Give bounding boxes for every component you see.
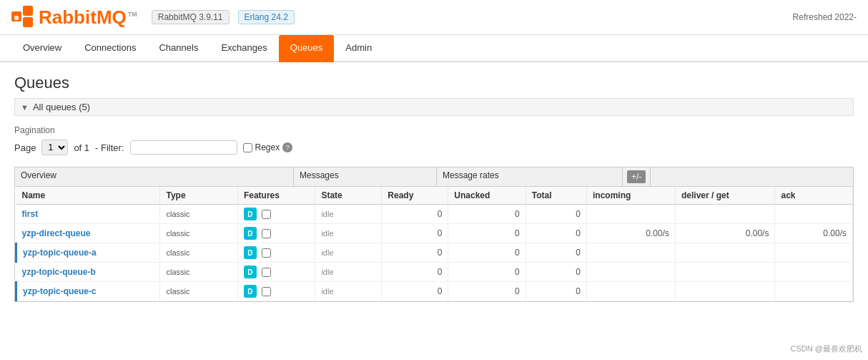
- cell-name[interactable]: yzp-topic-queue-b: [16, 263, 160, 282]
- page-label: Page: [14, 142, 36, 153]
- cell-total: 0: [526, 282, 586, 301]
- cell-ack: [775, 205, 853, 224]
- header: RabbitMQTM RabbitMQ 3.9.11 Erlang 24.2 R…: [0, 0, 868, 35]
- section-actions: +/-: [623, 167, 651, 186]
- queue-name-link[interactable]: yzp-topic-queue-a: [23, 248, 97, 258]
- cell-total: 0: [526, 243, 586, 263]
- nav-connections[interactable]: Connections: [73, 35, 147, 62]
- col-name: Name: [16, 187, 160, 205]
- col-ready: Ready: [382, 187, 448, 205]
- cell-name[interactable]: first: [16, 205, 160, 224]
- queue-name-link[interactable]: yzp-topic-queue-c: [23, 286, 97, 296]
- feature-badge-d: D: [244, 227, 257, 240]
- nav-queues[interactable]: Queues: [279, 35, 335, 62]
- col-deliver-get: deliver / get: [675, 187, 774, 205]
- table-row: yzp-topic-queue-b classic D idle 0 0 0: [16, 263, 853, 282]
- cell-incoming: [587, 205, 676, 224]
- nav-overview[interactable]: Overview: [11, 35, 73, 62]
- table-header-row: Name Type Features State Ready Unacked T…: [16, 187, 853, 205]
- filter-label: - Filter:: [95, 142, 124, 153]
- feature-checkbox[interactable]: [262, 287, 271, 296]
- regex-label: Regex: [255, 142, 280, 152]
- feature-checkbox[interactable]: [262, 268, 271, 277]
- version-info: RabbitMQ 3.9.11 Erlang 24.2: [152, 10, 295, 24]
- cell-type: classic: [160, 243, 237, 263]
- cell-name[interactable]: yzp-direct-queue: [16, 224, 160, 243]
- cell-name[interactable]: yzp-topic-queue-a: [16, 243, 160, 263]
- pagination-controls: Page 1 of 1 - Filter: Regex ?: [14, 140, 854, 155]
- logo-text: RabbitMQTM: [39, 6, 137, 29]
- cell-ack: [775, 263, 853, 282]
- refresh-info: Refreshed 2022-: [793, 12, 857, 22]
- queue-name-link[interactable]: yzp-direct-queue: [22, 228, 91, 238]
- filter-input[interactable]: [130, 140, 237, 155]
- page-title: Queues: [14, 74, 854, 92]
- logo: RabbitMQTM: [11, 6, 137, 29]
- cell-deliver-get: [675, 282, 774, 301]
- cell-total: 0: [526, 263, 586, 282]
- cell-incoming: 0.00/s: [587, 224, 676, 243]
- feature-checkbox[interactable]: [262, 210, 271, 219]
- erlang-version: Erlang 24.2: [238, 10, 295, 24]
- cell-features: D: [237, 243, 315, 263]
- feature-badge-d: D: [244, 285, 257, 298]
- cell-ready: 0: [382, 263, 448, 282]
- logo-rabbit: Rabbit: [39, 6, 97, 28]
- cell-unacked: 0: [448, 224, 526, 243]
- collapse-arrow[interactable]: ▼: [21, 103, 29, 112]
- nav-channels[interactable]: Channels: [147, 35, 209, 62]
- col-incoming: incoming: [587, 187, 676, 205]
- cell-type: classic: [160, 205, 237, 224]
- section-label: All queues (5): [33, 102, 90, 112]
- cell-features: D: [237, 263, 315, 282]
- plus-minus-button[interactable]: +/-: [627, 170, 646, 183]
- help-badge[interactable]: ?: [282, 142, 292, 152]
- col-features: Features: [237, 187, 315, 205]
- cell-ack: [775, 282, 853, 301]
- table-row: yzp-direct-queue classic D idle 0 0 0 0.…: [16, 224, 853, 243]
- cell-deliver-get: [675, 243, 774, 263]
- col-total: Total: [526, 187, 586, 205]
- cell-type: classic: [160, 263, 237, 282]
- pagination-label: Pagination: [14, 125, 55, 135]
- section-rates: Message rates: [437, 167, 623, 186]
- cell-state: idle: [315, 243, 382, 263]
- logo-mq: MQ: [97, 6, 127, 28]
- cell-state: idle: [315, 263, 382, 282]
- queue-name-link[interactable]: yzp-topic-queue-b: [22, 267, 96, 277]
- cell-deliver-get: [675, 205, 774, 224]
- cell-incoming: [587, 243, 676, 263]
- feature-badge-d: D: [244, 208, 257, 220]
- svg-rect-2: [23, 17, 33, 27]
- cell-deliver-get: 0.00/s: [675, 224, 774, 243]
- cell-ready: 0: [382, 224, 448, 243]
- nav-admin[interactable]: Admin: [334, 35, 383, 62]
- cell-unacked: 0: [448, 205, 526, 224]
- logo-tm: TM: [128, 11, 137, 18]
- feature-badge-d: D: [244, 266, 257, 278]
- regex-checkbox[interactable]: [243, 143, 252, 152]
- cell-state: idle: [315, 205, 382, 224]
- cell-state: idle: [315, 224, 382, 243]
- table-row: yzp-topic-queue-a classic D idle 0 0 0: [16, 243, 853, 263]
- cell-name[interactable]: yzp-topic-queue-c: [16, 282, 160, 301]
- cell-total: 0: [526, 224, 586, 243]
- table-row: yzp-topic-queue-c classic D idle 0 0 0: [16, 282, 853, 301]
- cell-ready: 0: [382, 282, 448, 301]
- cell-features: D: [237, 282, 315, 301]
- content: Queues ▼ All queues (5) Pagination Page …: [0, 62, 868, 313]
- cell-unacked: 0: [448, 282, 526, 301]
- cell-incoming: [587, 263, 676, 282]
- queues-table: Name Type Features State Ready Unacked T…: [15, 187, 853, 301]
- section-overview: Overview: [15, 167, 294, 186]
- section-header: ▼ All queues (5): [14, 98, 854, 116]
- feature-checkbox[interactable]: [262, 248, 271, 258]
- col-ack: ack: [775, 187, 853, 205]
- nav: Overview Connections Channels Exchanges …: [0, 35, 868, 62]
- feature-checkbox[interactable]: [262, 229, 271, 238]
- page-select[interactable]: 1: [41, 140, 68, 155]
- nav-exchanges[interactable]: Exchanges: [209, 35, 278, 62]
- table-body: first classic D idle 0 0 0 yzp-direct-qu…: [16, 205, 853, 301]
- queue-name-link[interactable]: first: [22, 209, 39, 219]
- section-messages: Messages: [294, 167, 437, 186]
